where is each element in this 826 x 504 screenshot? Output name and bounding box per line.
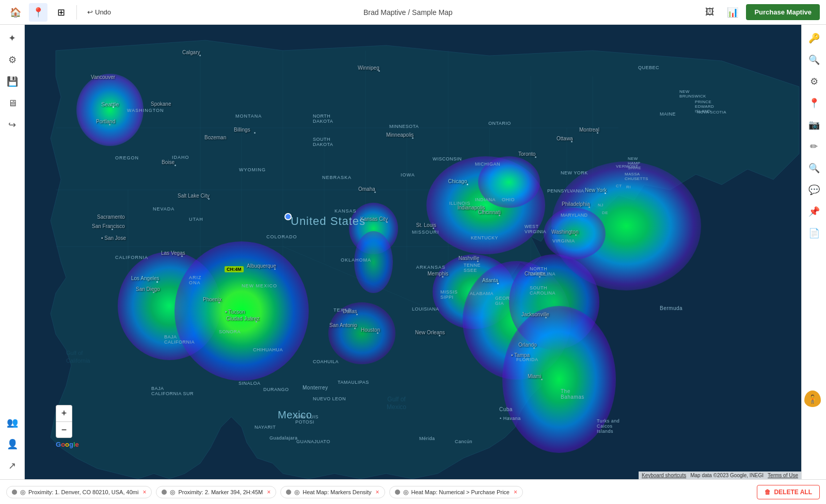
delete-all-button[interactable]: 🗑 DELETE ALL xyxy=(757,485,820,499)
right-layers-button[interactable]: ⚙ xyxy=(805,72,823,91)
svg-text:California: California xyxy=(66,357,90,364)
google-logo: Google xyxy=(56,441,79,448)
right-sidebar: 🔑 🔍 ⚙ 📍 📷 ✏ 🔍 💬 📌 📄 🧍 xyxy=(801,25,826,479)
heatmap-tag-1[interactable]: ◎ Heat Map: Markers Density × xyxy=(280,486,385,498)
zoom-out-button[interactable]: − xyxy=(56,421,72,438)
table-view-button[interactable]: ⊞ xyxy=(52,3,70,22)
sidebar-tools-button[interactable]: ✦ xyxy=(3,29,22,47)
map-title: Brad Maptive / Sample Map xyxy=(119,8,696,17)
sidebar-settings-button[interactable]: ⚙ xyxy=(3,51,22,69)
sidebar-share-button[interactable]: ↪ xyxy=(3,116,22,134)
proximity-label-2: Proximity: 2. Marker 394, 2H:45M xyxy=(178,489,263,495)
left-sidebar: ✦ ⚙ 💾 🖥 ↪ 👥 👤 ↗ xyxy=(0,25,25,479)
proximity-tag-2[interactable]: ◎ Proximity: 2. Marker 394, 2H:45M × xyxy=(156,486,276,498)
right-search2-button[interactable]: 🔍 xyxy=(805,159,823,177)
map-view-button[interactable]: 📍 xyxy=(29,3,47,22)
zoom-controls: + − xyxy=(56,405,72,438)
svg-text:Gulf of: Gulf of xyxy=(66,350,83,356)
right-key-button[interactable]: 🔑 xyxy=(805,29,823,47)
purchase-button[interactable]: Purchase Maptive xyxy=(746,4,820,20)
map-svg: Gulf of Mexico Gulf of California xyxy=(25,25,801,479)
right-search-button[interactable]: 🔍 xyxy=(805,51,823,69)
heatmap-dot-1 xyxy=(286,490,291,495)
home-button[interactable]: 🏠 xyxy=(6,3,25,22)
delete-all-label: DELETE ALL xyxy=(774,489,812,496)
denver-marker xyxy=(284,213,292,220)
toolbar-right: 🖼 📊 Purchase Maptive xyxy=(701,3,820,22)
bottom-bar: ◎ Proximity: 1. Denver, CO 80210, USA, 4… xyxy=(0,479,826,504)
toolbar: 🏠 📍 ⊞ ↩ Undo Brad Maptive / Sample Map 🖼… xyxy=(0,0,826,25)
trash-icon: 🗑 xyxy=(765,489,771,496)
proximity-icon-1: ◎ xyxy=(20,489,25,496)
toolbar-separator xyxy=(76,5,77,20)
pegman[interactable]: 🧍 xyxy=(804,391,821,407)
sidebar-users-button[interactable]: 👥 xyxy=(3,413,22,432)
heatmap-close-2[interactable]: × xyxy=(514,489,517,496)
proximity-close-2[interactable]: × xyxy=(267,489,271,496)
right-location-button[interactable]: 📍 xyxy=(805,94,823,112)
terms-of-use[interactable]: Terms of Use xyxy=(768,473,798,478)
right-camera-button[interactable]: 📷 xyxy=(805,116,823,134)
sidebar-user-button[interactable]: 👤 xyxy=(3,435,22,453)
right-pin-button[interactable]: 📌 xyxy=(805,202,823,221)
heatmap-icon-1: ◎ xyxy=(294,489,299,496)
undo-icon: ↩ xyxy=(87,8,93,16)
az-hotspot-label: CH:4M xyxy=(225,266,244,272)
sidebar-save-button[interactable]: 💾 xyxy=(3,72,22,91)
heatmap-icon-2: ◎ xyxy=(403,489,408,496)
map-attribution: Keyboard shortcuts Map data ©2023 Google… xyxy=(639,472,801,479)
proximity-dot-1 xyxy=(12,490,17,495)
right-comment-button[interactable]: 💬 xyxy=(805,181,823,199)
map-container[interactable]: Gulf of Mexico Gulf of California Seattl xyxy=(25,25,801,479)
heatmap-label-2: Heat Map: Numerical > Purchase Price xyxy=(411,489,510,495)
proximity-close-1[interactable]: × xyxy=(142,489,146,496)
map-data: Map data ©2023 Google, INEGI xyxy=(690,473,764,478)
heatmap-label-1: Heat Map: Markers Density xyxy=(303,489,371,495)
sidebar-monitor-button[interactable]: 🖥 xyxy=(3,94,22,112)
heatmap-dot-2 xyxy=(395,490,400,495)
undo-label: Undo xyxy=(95,8,111,16)
right-pencil-button[interactable]: ✏ xyxy=(805,137,823,156)
proximity-icon-2: ◎ xyxy=(170,489,175,496)
keyboard-shortcuts[interactable]: Keyboard shortcuts xyxy=(642,473,686,478)
proximity-tag-1[interactable]: ◎ Proximity: 1. Denver, CO 80210, USA, 4… xyxy=(6,486,152,498)
heatmap-close-1[interactable]: × xyxy=(376,489,379,496)
image-button[interactable]: 🖼 xyxy=(701,3,719,22)
stats-button[interactable]: 📊 xyxy=(723,3,742,22)
zoom-in-button[interactable]: + xyxy=(56,405,72,421)
proximity-label-1: Proximity: 1. Denver, CO 80210, USA, 40m… xyxy=(28,489,138,495)
svg-text:Mexico: Mexico xyxy=(387,403,406,411)
undo-button[interactable]: ↩ Undo xyxy=(83,6,115,18)
right-file-button[interactable]: 📄 xyxy=(805,224,823,242)
heatmap-tag-2[interactable]: ◎ Heat Map: Numerical > Purchase Price × xyxy=(389,486,523,498)
proximity-dot-2 xyxy=(162,490,167,495)
svg-text:Gulf of: Gulf of xyxy=(387,396,406,403)
sidebar-export-button[interactable]: ↗ xyxy=(3,457,22,475)
